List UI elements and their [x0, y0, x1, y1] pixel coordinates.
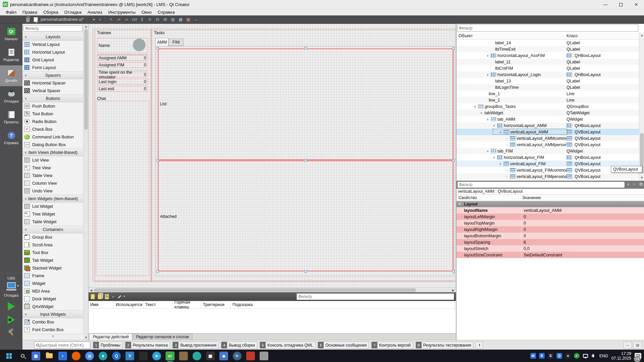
field-last-exit[interactable]: Last exit0: [97, 86, 148, 92]
chevron-down-icon[interactable]: ∨: [485, 54, 491, 57]
chevron-down-icon[interactable]: ∨: [491, 156, 497, 159]
scroll-down-icon[interactable]: ▼: [639, 175, 644, 180]
property-row-layoutSpacing[interactable]: layoutSpacing6: [457, 239, 644, 245]
property-row-layoutTopMargin[interactable]: layoutTopMargin0: [457, 220, 644, 226]
selection-handle[interactable]: [452, 159, 455, 162]
tree-row-verticalLayout_AMM[interactable]: ∨verticalLayout_AMMQVBoxLayout: [457, 129, 639, 135]
teal-app[interactable]: [193, 352, 201, 360]
property-value[interactable]: SetDefaultConstraint: [522, 252, 644, 258]
widget-item-scroll-area[interactable]: Scroll Area: [22, 241, 84, 249]
notification-center-icon[interactable]: 14: [635, 353, 641, 359]
mode-редактор[interactable]: Редактор: [0, 45, 22, 65]
document-dropdown-icon[interactable]: ▾: [91, 17, 97, 22]
property-value[interactable]: 0: [522, 220, 644, 226]
chevron-down-icon[interactable]: ∨: [485, 118, 491, 121]
edit-tab-order-tool[interactable]: 123: [131, 16, 138, 23]
widget-item-tool-button[interactable]: Tool Button: [22, 110, 84, 118]
scroll-up-icon[interactable]: ▲: [639, 33, 644, 38]
output-panel-6[interactable]: 6Основные сообщения: [318, 342, 369, 349]
scroll-down-icon[interactable]: ▼: [84, 335, 89, 340]
kit-selector[interactable]: LMS Отладка: [0, 273, 22, 336]
chevron-down-icon[interactable]: ∨: [491, 124, 497, 127]
quick-search-input[interactable]: [40, 343, 90, 348]
widget-box-section-item-views-model-based-[interactable]: ∨Item Views (Model-Based): [22, 148, 84, 156]
chevron-right-icon[interactable]: ›: [504, 143, 510, 146]
field-last-login[interactable]: Last login0: [97, 79, 148, 84]
hide-panel-icon[interactable]: —: [623, 342, 632, 349]
property-row-layoutName[interactable]: layoutNameverticalLayout_AMM: [457, 207, 644, 214]
tree-row-tabWidget[interactable]: ∨tabWidgetQTabWidget: [457, 110, 639, 116]
widget-item-stacked-widget[interactable]: Stacked Widget: [22, 264, 84, 272]
edge-app[interactable]: e: [99, 352, 107, 360]
widget-item-widget[interactable]: Widget: [22, 280, 84, 287]
layout-grid-tool[interactable]: ▦: [177, 16, 184, 23]
tree-row-groupBox_Tasks[interactable]: ∨groupBox_TasksQGroupBox: [457, 103, 639, 110]
chevron-right-icon[interactable]: ›: [504, 169, 510, 172]
scroll-left-icon[interactable]: ◀: [89, 288, 94, 293]
widget-item-undo-view[interactable]: Undo View: [22, 187, 84, 195]
widget-item-horizontal-layout[interactable]: Horizontal Layout: [22, 48, 84, 56]
output-panel-4[interactable]: 4Вывод сборки: [221, 342, 257, 349]
tree-row-label_13[interactable]: label_13QLabel: [457, 78, 639, 84]
selection-handle[interactable]: [452, 270, 455, 273]
chat-box[interactable]: [96, 101, 149, 276]
widget-item-dialog-button-box[interactable]: ✓×Dialog Button Box: [22, 141, 84, 148]
clock[interactable]: 17:29 07.11.2025: [611, 351, 631, 361]
property-value[interactable]: verticalLayout_AMM: [522, 207, 644, 214]
configure-property-icon[interactable]: ⚙: [638, 182, 644, 187]
scroll-right-icon[interactable]: ▶: [451, 288, 456, 293]
chevron-down-icon[interactable]: ∨: [497, 162, 503, 166]
volume-tray-icon[interactable]: [591, 354, 594, 358]
widget-item-list-view[interactable]: List View: [22, 156, 84, 164]
start-button[interactable]: [5, 352, 13, 360]
menu-item-2[interactable]: Правка: [19, 9, 40, 15]
menu-item-7[interactable]: Окно: [139, 9, 155, 15]
firefox-app[interactable]: [72, 352, 80, 360]
widget-box-section-buttons[interactable]: ∨Buttons: [22, 95, 84, 102]
task-view-app[interactable]: ▣: [32, 352, 40, 360]
action-editor-table[interactable]: ИмяИспользуетсяТекстГорячая клавишТригге…: [89, 301, 456, 333]
edit-buddies-tool[interactable]: ∞: [123, 16, 130, 23]
widget-item-tree-widget[interactable]: Tree Widget: [22, 210, 84, 218]
scrollbar-thumb[interactable]: [94, 288, 416, 292]
widget-item-frame[interactable]: Frame: [22, 272, 84, 280]
widget-item-horizontal-spacer[interactable]: Horizontal Spacer: [22, 79, 84, 87]
widget-box-section-spacers[interactable]: ∨Spacers: [22, 71, 84, 79]
dark-app[interactable]: [139, 352, 148, 360]
layout-splitter-vertical-tool[interactable]: ⊞: [162, 16, 169, 23]
field-time-spent-on-the-simulator[interactable]: Time spent on the simulator0: [97, 72, 148, 77]
menu-item-5[interactable]: Анализ: [85, 9, 105, 15]
tab-fim[interactable]: FIM: [169, 39, 183, 46]
adjust-size-tool[interactable]: ↔: [193, 16, 200, 23]
widget-item-dock-widget[interactable]: Dock Widget: [22, 295, 84, 303]
widget-box-scrollbar[interactable]: ▲ ▼: [83, 24, 88, 340]
edit-signals-slots-tool[interactable]: ⇌: [115, 16, 122, 23]
tree-row-line_2[interactable]: line_2Line: [457, 97, 639, 103]
copy-action-icon[interactable]: [98, 294, 102, 299]
tree-row-horizontalLayout_FIM[interactable]: ∨horizontalLayout_FIMQHBoxLayout: [457, 154, 639, 161]
mode-отладка[interactable]: Отладка: [0, 86, 22, 107]
widget-item-column-view[interactable]: Column View: [22, 179, 84, 187]
property-value[interactable]: 0: [522, 226, 644, 233]
widget-item-check-box[interactable]: ✓Check Box: [22, 125, 84, 133]
widget-item-table-view[interactable]: Table View: [22, 172, 84, 179]
remove-property-icon[interactable]: −: [632, 182, 637, 187]
menu-item-8[interactable]: Справка: [155, 9, 178, 15]
property-row-layoutSizeConstraint[interactable]: layoutSizeConstraintSetDefaultConstraint: [457, 252, 644, 258]
tree-row-horizontalLayout_Login[interactable]: ∨horizontalLayout_LoginQHBoxLayout: [457, 71, 639, 78]
build-button[interactable]: [7, 328, 15, 336]
menu-item-1[interactable]: Файл: [3, 9, 19, 15]
tree-row-label_11[interactable]: label_11QLabel: [457, 59, 639, 65]
code-app[interactable]: V: [125, 352, 134, 360]
canvas-horizontal-scrollbar[interactable]: ◀ ▶: [89, 287, 456, 292]
open-document-selector[interactable]: personalcardtrainee.ui*: [41, 17, 91, 22]
output-panel-5[interactable]: 5Консоль отладчика QML: [260, 342, 315, 349]
mail-tray-icon[interactable]: ✉: [530, 353, 536, 359]
postgres-app[interactable]: 🐘: [233, 352, 241, 360]
layout-splitter-horizontal-tool[interactable]: ⊟: [154, 16, 161, 23]
tree-row-verticalLayout_FIMpersonal[interactable]: ›verticalLayout_FIMpersonalQVBoxLayout: [457, 173, 639, 180]
chevron-down-icon[interactable]: ∨: [478, 111, 484, 115]
object-tree-scrollbar[interactable]: ▲ ▼: [639, 33, 644, 180]
tab-amm[interactable]: AMM: [155, 38, 169, 46]
tree-row-horizontalLayout_AMM[interactable]: ∨horizontalLayout_AMMQHBoxLayout: [457, 122, 639, 129]
